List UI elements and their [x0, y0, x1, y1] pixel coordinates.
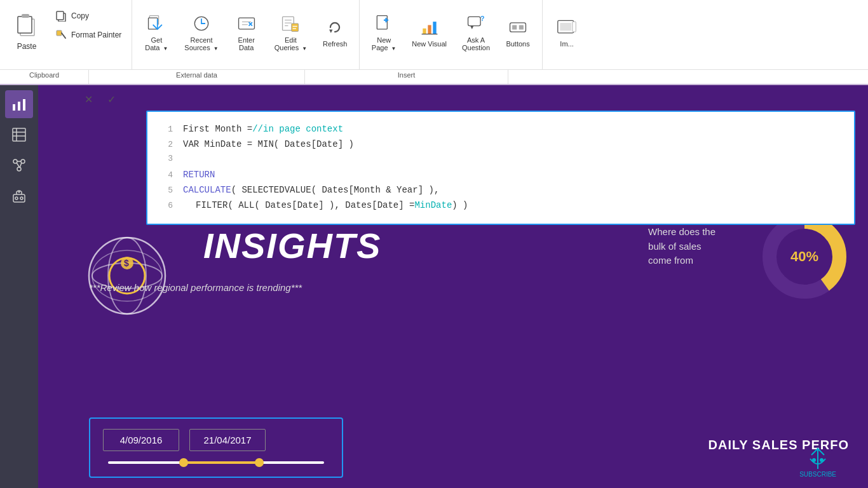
sidebar	[0, 85, 38, 488]
right-text-line3: come from	[648, 254, 715, 268]
svg-line-6	[62, 33, 65, 38]
insights-subtitle: ***Review how regional performance is tr…	[89, 282, 302, 293]
format-painter-label: Format Painter	[71, 30, 121, 39]
ribbon: Paste Copy	[0, 0, 868, 85]
new-page-button[interactable]: NewPage ▼	[365, 4, 403, 61]
svg-rect-11	[238, 18, 254, 29]
get-data-label: GetData ▼	[145, 36, 168, 51]
date-start-box[interactable]: 4/09/2016	[103, 429, 179, 451]
close-formula-icon[interactable]: ✕	[79, 90, 97, 108]
format-painter-button[interactable]: Format Painter	[51, 27, 125, 43]
date-boxes: 4/09/2016 21/04/2017	[103, 429, 329, 451]
subscribe-label: SUBSCRIBE	[799, 471, 836, 478]
clipboard-section-label: Clipboard	[0, 70, 89, 84]
formula-line-1: 1 First Month = //in page context	[160, 122, 841, 137]
new-page-label: NewPage ▼	[372, 36, 397, 51]
ask-question-icon: ?	[466, 13, 486, 34]
globe-icon: $	[64, 212, 191, 339]
screenshot-button[interactable]: Im...	[548, 4, 586, 61]
svg-point-49	[17, 167, 21, 171]
sidebar-item-ai[interactable]	[5, 182, 33, 210]
copy-icon	[55, 10, 67, 22]
svg-rect-31	[468, 17, 481, 25]
paste-label: Paste	[17, 42, 37, 51]
svg-rect-2	[22, 14, 29, 18]
svg-line-52	[20, 163, 22, 168]
formula-line-2: 2 VAR MinDate = MIN( Dates[Date] )	[160, 137, 841, 152]
ask-question-button[interactable]: ? Ask AQuestion	[456, 4, 496, 61]
svg-marker-32	[470, 26, 473, 29]
svg-rect-42	[23, 99, 25, 111]
svg-marker-23	[329, 30, 332, 33]
svg-rect-1	[18, 17, 32, 33]
svg-point-54	[15, 197, 18, 200]
sidebar-item-report[interactable]	[5, 90, 33, 118]
format-painter-icon	[55, 29, 67, 41]
formula-editor[interactable]: 1 First Month = //in page context 2 VAR …	[146, 111, 855, 225]
edit-queries-icon	[280, 13, 301, 34]
formula-line-3: 3	[160, 152, 841, 168]
buttons-icon	[508, 17, 528, 37]
date-slider-track[interactable]	[108, 461, 324, 464]
paste-button[interactable]: Paste	[6, 6, 47, 53]
buttons-button[interactable]: Buttons	[499, 4, 537, 61]
copy-button[interactable]: Copy	[51, 8, 125, 24]
svg-point-58	[108, 238, 146, 314]
get-data-button[interactable]: GetData ▼	[137, 4, 175, 61]
svg-rect-43	[13, 128, 25, 141]
subscribe-icon[interactable]: SUBSCRIBE	[799, 446, 836, 478]
svg-rect-4	[57, 11, 64, 20]
svg-rect-20	[292, 24, 299, 31]
insert-section-label: Insert	[305, 70, 508, 84]
date-slider-thumb-left[interactable]	[179, 458, 188, 467]
new-page-icon	[374, 13, 394, 34]
svg-rect-28	[428, 25, 431, 34]
formula-line-4: 4 RETURN	[160, 168, 841, 183]
edit-queries-button[interactable]: EditQueries ▼	[268, 4, 314, 61]
formula-bar: ✕ ✓	[79, 90, 120, 108]
confirm-formula-icon[interactable]: ✓	[102, 90, 120, 108]
svg-rect-5	[57, 30, 62, 36]
date-slider-fill	[184, 461, 259, 464]
insights-title: INSIGHTS	[203, 225, 381, 266]
right-text-line2: bulk of sales	[648, 240, 715, 254]
new-visual-button[interactable]: New Visual	[405, 4, 453, 61]
sidebar-item-model[interactable]	[5, 151, 33, 179]
svg-point-56	[18, 191, 20, 193]
svg-text:?: ?	[480, 15, 485, 22]
screenshot-icon	[557, 17, 577, 37]
date-range-widget[interactable]: 4/09/2016 21/04/2017	[89, 417, 343, 478]
screenshot-label: Im...	[560, 40, 573, 48]
date-slider-thumb-right[interactable]	[255, 458, 264, 467]
svg-rect-27	[423, 29, 426, 34]
edit-queries-label: EditQueries ▼	[275, 36, 308, 51]
svg-rect-29	[433, 22, 436, 34]
recent-sources-icon	[191, 13, 212, 34]
svg-rect-36	[519, 25, 524, 29]
new-visual-label: New Visual	[412, 40, 447, 48]
recent-sources-button[interactable]: RecentSources ▼	[178, 4, 224, 61]
enter-data-label: EnterData	[238, 36, 255, 51]
svg-point-57	[89, 238, 165, 314]
donut-chart: 40%	[760, 212, 849, 301]
svg-rect-40	[13, 104, 15, 111]
svg-point-55	[20, 197, 23, 200]
sidebar-item-data[interactable]	[5, 121, 33, 149]
svg-rect-35	[512, 25, 517, 29]
refresh-button[interactable]: Refresh	[316, 4, 354, 61]
enter-data-icon	[236, 13, 257, 34]
external-data-section-label: External data	[89, 70, 305, 84]
formula-line-6: 6 FILTER( ALL( Dates[Date] ), Dates[Date…	[160, 198, 841, 214]
right-text: Where does the bulk of sales come from	[648, 225, 715, 268]
svg-rect-38	[560, 23, 571, 30]
svg-rect-41	[18, 102, 20, 111]
recent-sources-label: RecentSources ▼	[184, 36, 218, 51]
ask-question-label: Ask AQuestion	[462, 36, 490, 51]
svg-rect-39	[573, 22, 576, 32]
main-area: ✕ ✓ 1 First Month = //in page context 2 …	[0, 85, 868, 488]
svg-point-66	[812, 458, 816, 462]
new-visual-icon	[419, 17, 440, 37]
enter-data-button[interactable]: EnterData	[227, 4, 266, 61]
svg-text:$: $	[124, 258, 129, 268]
date-end-box[interactable]: 21/04/2017	[189, 429, 266, 451]
